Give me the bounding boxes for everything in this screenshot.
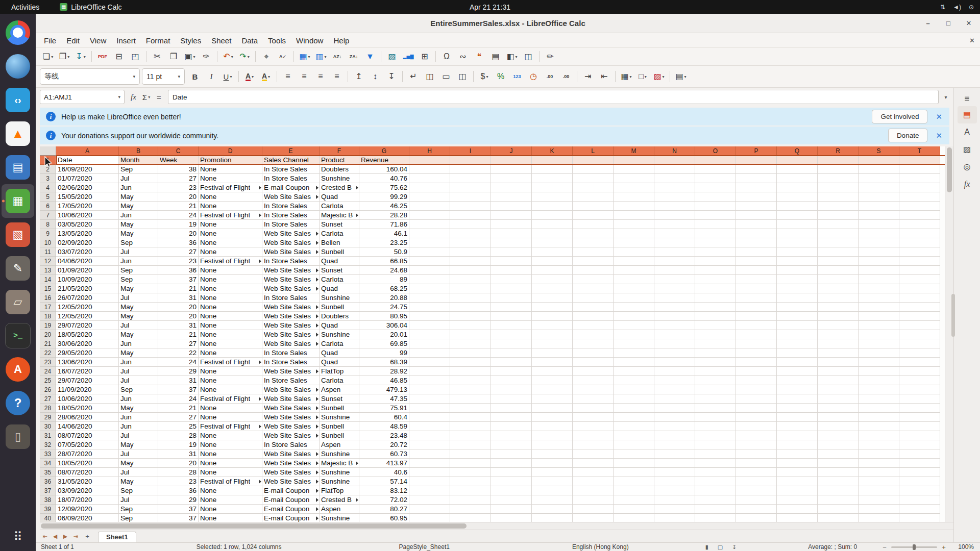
cell-T7[interactable] bbox=[899, 211, 940, 220]
clone-formatting-icon[interactable]: ✑ bbox=[199, 50, 214, 64]
cell-D24[interactable]: None bbox=[199, 367, 262, 376]
cell-G11[interactable]: 50.9 bbox=[359, 247, 409, 257]
cell-N29[interactable] bbox=[654, 413, 695, 422]
cell-J6[interactable] bbox=[491, 202, 532, 211]
undo-icon[interactable]: ↶▾ bbox=[220, 50, 236, 64]
cell-K39[interactable] bbox=[532, 505, 573, 514]
row-header-6[interactable]: 6 bbox=[40, 202, 56, 211]
cell-N16[interactable] bbox=[654, 293, 695, 303]
cell-P28[interactable] bbox=[736, 404, 777, 413]
cell-H15[interactable] bbox=[409, 284, 450, 293]
cell-L26[interactable] bbox=[573, 385, 614, 394]
cell-H20[interactable] bbox=[409, 330, 450, 339]
cell-P2[interactable] bbox=[736, 165, 777, 174]
cell-N38[interactable] bbox=[654, 495, 695, 505]
cell-O39[interactable] bbox=[695, 505, 736, 514]
cell-R6[interactable] bbox=[818, 202, 859, 211]
cell-O35[interactable] bbox=[695, 468, 736, 477]
expand-formula-bar-icon[interactable]: ▾ bbox=[941, 94, 950, 100]
cell-S37[interactable] bbox=[859, 486, 899, 495]
cell-L15[interactable] bbox=[573, 284, 614, 293]
cell-D35[interactable]: None bbox=[199, 468, 262, 477]
cell-I1[interactable] bbox=[450, 156, 491, 165]
cell-F1[interactable]: Product bbox=[320, 156, 359, 165]
cell-H25[interactable] bbox=[409, 376, 450, 385]
cell-A25[interactable]: 29/07/2020 bbox=[56, 376, 119, 385]
power-icon[interactable]: ⊙ bbox=[969, 4, 974, 11]
cell-Q20[interactable] bbox=[777, 330, 818, 339]
menu-data[interactable]: Data bbox=[236, 35, 263, 46]
border-style-icon[interactable]: □▾ bbox=[635, 70, 650, 84]
cell-G18[interactable]: 80.95 bbox=[359, 312, 409, 321]
cell-J27[interactable] bbox=[491, 394, 532, 404]
next-sheet-icon[interactable]: ▶ bbox=[60, 533, 70, 540]
document-modified-icon[interactable]: ↧ bbox=[732, 544, 737, 550]
cell-I2[interactable] bbox=[450, 165, 491, 174]
cell-F39[interactable]: Aspen bbox=[320, 505, 359, 514]
cell-S26[interactable] bbox=[859, 385, 899, 394]
cell-R20[interactable] bbox=[818, 330, 859, 339]
row-header-15[interactable]: 15 bbox=[40, 284, 56, 293]
row-header-2[interactable]: 2 bbox=[40, 165, 56, 174]
cell-E36[interactable]: Web Site Sales bbox=[262, 477, 320, 486]
cell-Q8[interactable] bbox=[777, 220, 818, 229]
cell-I3[interactable] bbox=[450, 174, 491, 183]
cell-H27[interactable] bbox=[409, 394, 450, 404]
increase-indent-icon[interactable]: ⇥ bbox=[580, 70, 596, 84]
cell-I8[interactable] bbox=[450, 220, 491, 229]
column-header-T[interactable]: T bbox=[899, 146, 940, 156]
cell-A23[interactable]: 13/06/2020 bbox=[56, 358, 119, 367]
cell-F11[interactable]: Sunbell bbox=[320, 247, 359, 257]
cell-K36[interactable] bbox=[532, 477, 573, 486]
cell-K12[interactable] bbox=[532, 257, 573, 266]
cell-P29[interactable] bbox=[736, 413, 777, 422]
cell-O15[interactable] bbox=[695, 284, 736, 293]
cell-D3[interactable]: None bbox=[199, 174, 262, 183]
cell-L32[interactable] bbox=[573, 440, 614, 449]
cell-A38[interactable]: 18/07/2020 bbox=[56, 495, 119, 505]
cell-O31[interactable] bbox=[695, 431, 736, 440]
cell-J19[interactable] bbox=[491, 321, 532, 330]
cell-A2[interactable]: 16/09/2020 bbox=[56, 165, 119, 174]
cell-I32[interactable] bbox=[450, 440, 491, 449]
cell-K11[interactable] bbox=[532, 247, 573, 257]
cell-N3[interactable] bbox=[654, 174, 695, 183]
clock[interactable]: Apr 21 21:31 bbox=[470, 3, 510, 11]
bold-icon[interactable]: B bbox=[187, 70, 203, 84]
cell-O18[interactable] bbox=[695, 312, 736, 321]
cell-N39[interactable] bbox=[654, 505, 695, 514]
cell-D6[interactable]: None bbox=[199, 202, 262, 211]
cell-G30[interactable]: 48.59 bbox=[359, 422, 409, 431]
cell-D26[interactable]: None bbox=[199, 385, 262, 394]
cell-R8[interactable] bbox=[818, 220, 859, 229]
cell-T5[interactable] bbox=[899, 192, 940, 202]
column-header-B[interactable]: B bbox=[119, 146, 158, 156]
cell-G24[interactable]: 28.92 bbox=[359, 367, 409, 376]
cell-F26[interactable]: Aspen bbox=[320, 385, 359, 394]
cell-G13[interactable]: 24.68 bbox=[359, 266, 409, 275]
cell-E24[interactable]: Web Site Sales bbox=[262, 367, 320, 376]
cell-H5[interactable] bbox=[409, 192, 450, 202]
cell-C31[interactable]: 28 bbox=[158, 431, 199, 440]
cell-G31[interactable]: 23.48 bbox=[359, 431, 409, 440]
cell-N31[interactable] bbox=[654, 431, 695, 440]
cell-D2[interactable]: None bbox=[199, 165, 262, 174]
cell-A9[interactable]: 13/05/2020 bbox=[56, 229, 119, 238]
cell-H26[interactable] bbox=[409, 385, 450, 394]
menu-sheet[interactable]: Sheet bbox=[206, 35, 236, 46]
browser-icon[interactable] bbox=[2, 49, 34, 83]
insert-rows-icon[interactable]: ▦▾ bbox=[297, 50, 312, 64]
cell-S18[interactable] bbox=[859, 312, 899, 321]
cell-J39[interactable] bbox=[491, 505, 532, 514]
cell-P7[interactable] bbox=[736, 211, 777, 220]
cell-Q31[interactable] bbox=[777, 431, 818, 440]
cell-Q18[interactable] bbox=[777, 312, 818, 321]
cell-J17[interactable] bbox=[491, 303, 532, 312]
close-icon[interactable]: ✕ bbox=[936, 112, 942, 121]
cell-T17[interactable] bbox=[899, 303, 940, 312]
zoom-in-icon[interactable]: + bbox=[940, 543, 947, 551]
cell-Q13[interactable] bbox=[777, 266, 818, 275]
cell-D1[interactable]: Promotion bbox=[199, 156, 262, 165]
cell-Q29[interactable] bbox=[777, 413, 818, 422]
cell-C23[interactable]: 24 bbox=[158, 358, 199, 367]
